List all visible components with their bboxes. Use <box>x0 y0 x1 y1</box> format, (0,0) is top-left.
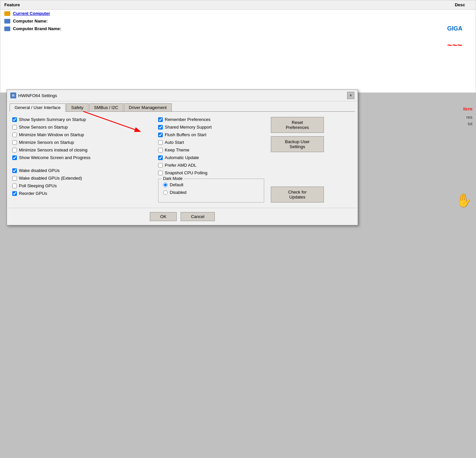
checkbox-show-sensors: Show Sensors on Startup <box>12 125 151 130</box>
computer-name-label: Computer Name: <box>13 19 48 24</box>
table-header: Feature Desc <box>0 0 476 10</box>
checkbox-flush-buffers: Flush Buffers on Start <box>158 132 264 137</box>
checkbox-keep-theme: Keep Theme <box>158 147 264 152</box>
checkbox-show-summary: Show System Summary on Startup <box>12 117 151 122</box>
radio-default: Default <box>163 182 259 187</box>
checkbox-wake-gpu-input[interactable] <box>12 168 17 173</box>
radio-disabled-label: Disabled <box>170 190 187 195</box>
annotation-not: lot <box>468 121 472 126</box>
radio-default-label: Default <box>170 182 183 187</box>
spacer <box>271 155 324 183</box>
checkbox-snapshot-cpu-input[interactable] <box>158 171 163 175</box>
giga-label: GIGA <box>447 25 462 32</box>
tab-content-general: Show System Summary on Startup Show Sens… <box>7 112 358 208</box>
checkbox-snapshot-cpu: Snapshot CPU Polling <box>158 170 264 175</box>
settings-dialog: H HWiNFO64 Settings × General / User Int… <box>7 89 358 225</box>
close-button[interactable]: × <box>347 92 354 99</box>
checkbox-keep-theme-label: Keep Theme <box>165 147 189 152</box>
dialog-footer: OK Cancel <box>7 208 358 225</box>
checkbox-minimize-instead: Minimize Sensors instead of closing <box>12 147 151 152</box>
radio-disabled-input[interactable] <box>163 190 168 195</box>
annotation-micro: licro <box>463 106 472 111</box>
checkbox-auto-update: Automatic Update <box>158 155 264 160</box>
checkbox-remember-prefs-input[interactable] <box>158 117 163 122</box>
middle-column: Remember Preferences Shared Memory Suppo… <box>158 117 264 202</box>
checkbox-wake-gpu-ext-label: Wake disabled GPUs (Extended) <box>19 176 82 181</box>
right-column: ResetPreferences Backup UserSettings Che… <box>271 117 324 202</box>
checkbox-poll-sleeping-label: Poll Sleeping GPUs <box>19 183 57 188</box>
current-computer-row: Current Computer <box>0 10 476 17</box>
checkbox-wake-gpu: Wake disabled GPUs <box>12 168 151 173</box>
checkbox-prefer-amd-label: Prefer AMD ADL <box>165 163 196 168</box>
red-scribble-1: ~~~ <box>446 40 464 50</box>
checkbox-reorder-gpu-label: Reorder GPUs <box>19 191 47 196</box>
checkbox-show-welcome-input[interactable] <box>12 155 17 160</box>
checkbox-show-welcome: Show Welcome Screen and Progress <box>12 155 151 160</box>
checkbox-auto-update-input[interactable] <box>158 155 163 160</box>
backup-settings-button[interactable]: Backup UserSettings <box>271 136 324 152</box>
checkbox-flush-buffers-input[interactable] <box>158 133 163 137</box>
computer-icon-2 <box>4 27 10 31</box>
dialog-title: HWiNFO64 Settings <box>18 93 57 98</box>
left-column: Show System Summary on Startup Show Sens… <box>12 117 151 202</box>
checkbox-keep-theme-input[interactable] <box>158 148 163 152</box>
red-hand-annotation: ✋ <box>455 192 473 209</box>
checkbox-shared-memory: Shared Memory Support <box>158 125 264 130</box>
cancel-button[interactable]: Cancel <box>181 212 214 221</box>
titlebar-left: H HWiNFO64 Settings <box>10 92 57 98</box>
tab-general[interactable]: General / User Interface <box>10 103 66 112</box>
checkbox-auto-start-input[interactable] <box>158 140 163 145</box>
checkbox-minimize-sensors-input[interactable] <box>12 140 17 145</box>
computer-name-row: Computer Name: ~~~ <box>0 17 476 25</box>
checkbox-poll-sleeping-input[interactable] <box>12 184 17 188</box>
background-table: Feature Desc Current Computer Computer N… <box>0 0 476 93</box>
radio-default-input[interactable] <box>163 183 168 187</box>
computer-icon-1 <box>4 19 10 24</box>
checkbox-minimize-main: Minimize Main Window on Startup <box>12 132 151 137</box>
radio-disabled: Disabled <box>163 190 259 195</box>
checkbox-minimize-sensors: Minimize Sensors on Startup <box>12 140 151 145</box>
checkbox-wake-gpu-label: Wake disabled GPUs <box>19 168 60 173</box>
tabs-bar: General / User Interface Safety SMBus / … <box>7 101 358 111</box>
checkbox-wake-gpu-ext-input[interactable] <box>12 176 17 181</box>
computer-brand-row: Computer Brand Name: GIGA <box>0 25 476 32</box>
checkbox-reorder-gpu: Reorder GPUs <box>12 191 151 196</box>
checkbox-wake-gpu-ext: Wake disabled GPUs (Extended) <box>12 176 151 181</box>
checkbox-minimize-instead-input[interactable] <box>12 148 17 152</box>
checkbox-flush-buffers-label: Flush Buffers on Start <box>165 132 207 137</box>
check-updates-button[interactable]: Check forUpdates <box>271 187 324 202</box>
tab-smbus[interactable]: SMBus / I2C <box>89 103 123 111</box>
checkbox-minimize-main-input[interactable] <box>12 133 17 137</box>
checkbox-prefer-amd-input[interactable] <box>158 163 163 168</box>
checkbox-minimize-instead-label: Minimize Sensors instead of closing <box>19 147 88 152</box>
checkbox-shared-memory-label: Shared Memory Support <box>165 125 212 130</box>
feature-col-header: Feature <box>4 2 20 7</box>
checkbox-remember-prefs: Remember Preferences <box>158 117 264 122</box>
dialog-titlebar: H HWiNFO64 Settings × <box>7 90 358 101</box>
reset-preferences-button[interactable]: ResetPreferences <box>271 117 324 133</box>
checkbox-minimize-sensors-label: Minimize Sensors on Startup <box>19 140 74 145</box>
checkbox-remember-prefs-label: Remember Preferences <box>165 117 210 122</box>
tab-driver[interactable]: Driver Management <box>124 103 172 111</box>
checkbox-auto-update-label: Automatic Update <box>165 155 199 160</box>
checkbox-prefer-amd: Prefer AMD ADL <box>158 163 264 168</box>
computer-brand-label: Computer Brand Name: <box>13 26 61 31</box>
checkbox-show-summary-label: Show System Summary on Startup <box>19 117 86 122</box>
checkbox-show-welcome-label: Show Welcome Screen and Progress <box>19 155 90 160</box>
checkbox-auto-start: Auto Start <box>158 140 264 145</box>
desc-col-header: Desc <box>455 2 465 7</box>
checkbox-poll-sleeping: Poll Sleeping GPUs <box>12 183 151 188</box>
checkbox-show-summary-input[interactable] <box>12 117 17 122</box>
app-icon: H <box>10 92 16 98</box>
checkbox-snapshot-cpu-label: Snapshot CPU Polling <box>165 170 208 175</box>
ok-button[interactable]: OK <box>150 212 177 221</box>
checkbox-show-sensors-label: Show Sensors on Startup <box>19 125 68 130</box>
dark-mode-legend: Dark Mode <box>162 176 184 181</box>
checkbox-minimize-main-label: Minimize Main Window on Startup <box>19 132 84 137</box>
checkbox-show-sensors-input[interactable] <box>12 125 17 130</box>
checkbox-shared-memory-input[interactable] <box>158 125 163 130</box>
folder-icon <box>4 11 10 16</box>
tab-safety[interactable]: Safety <box>66 103 89 111</box>
checkbox-reorder-gpu-input[interactable] <box>12 191 17 196</box>
current-computer-label: Current Computer <box>13 11 50 16</box>
